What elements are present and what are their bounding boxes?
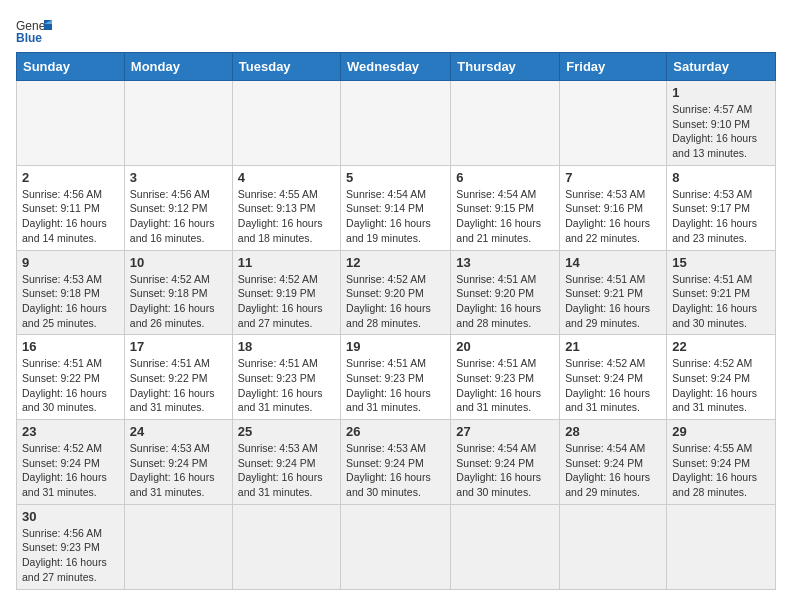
day-info: Sunrise: 4:51 AM Sunset: 9:23 PM Dayligh…	[456, 356, 554, 415]
day-info: Sunrise: 4:53 AM Sunset: 9:16 PM Dayligh…	[565, 187, 661, 246]
calendar-day-cell: 23Sunrise: 4:52 AM Sunset: 9:24 PM Dayli…	[17, 420, 125, 505]
calendar-day-cell	[341, 81, 451, 166]
day-info: Sunrise: 4:51 AM Sunset: 9:22 PM Dayligh…	[130, 356, 227, 415]
calendar-day-cell: 18Sunrise: 4:51 AM Sunset: 9:23 PM Dayli…	[232, 335, 340, 420]
calendar-week-row: 30Sunrise: 4:56 AM Sunset: 9:23 PM Dayli…	[17, 504, 776, 589]
day-info: Sunrise: 4:56 AM Sunset: 9:11 PM Dayligh…	[22, 187, 119, 246]
calendar-week-row: 16Sunrise: 4:51 AM Sunset: 9:22 PM Dayli…	[17, 335, 776, 420]
calendar-day-cell: 11Sunrise: 4:52 AM Sunset: 9:19 PM Dayli…	[232, 250, 340, 335]
calendar-day-cell: 2Sunrise: 4:56 AM Sunset: 9:11 PM Daylig…	[17, 165, 125, 250]
calendar-day-cell: 29Sunrise: 4:55 AM Sunset: 9:24 PM Dayli…	[667, 420, 776, 505]
day-info: Sunrise: 4:53 AM Sunset: 9:24 PM Dayligh…	[238, 441, 335, 500]
calendar-day-cell: 28Sunrise: 4:54 AM Sunset: 9:24 PM Dayli…	[560, 420, 667, 505]
calendar-day-cell: 27Sunrise: 4:54 AM Sunset: 9:24 PM Dayli…	[451, 420, 560, 505]
generalblue-logo-icon: General Blue	[16, 16, 52, 44]
day-number: 16	[22, 339, 119, 354]
calendar-day-cell: 19Sunrise: 4:51 AM Sunset: 9:23 PM Dayli…	[341, 335, 451, 420]
day-number: 6	[456, 170, 554, 185]
calendar-day-cell	[667, 504, 776, 589]
day-info: Sunrise: 4:54 AM Sunset: 9:24 PM Dayligh…	[565, 441, 661, 500]
weekday-header-tuesday: Tuesday	[232, 53, 340, 81]
day-number: 25	[238, 424, 335, 439]
calendar-day-cell	[560, 81, 667, 166]
day-info: Sunrise: 4:52 AM Sunset: 9:24 PM Dayligh…	[565, 356, 661, 415]
calendar-day-cell: 26Sunrise: 4:53 AM Sunset: 9:24 PM Dayli…	[341, 420, 451, 505]
day-number: 10	[130, 255, 227, 270]
day-info: Sunrise: 4:55 AM Sunset: 9:24 PM Dayligh…	[672, 441, 770, 500]
calendar-day-cell: 20Sunrise: 4:51 AM Sunset: 9:23 PM Dayli…	[451, 335, 560, 420]
day-info: Sunrise: 4:54 AM Sunset: 9:14 PM Dayligh…	[346, 187, 445, 246]
calendar-day-cell: 10Sunrise: 4:52 AM Sunset: 9:18 PM Dayli…	[124, 250, 232, 335]
day-number: 30	[22, 509, 119, 524]
day-number: 23	[22, 424, 119, 439]
page-header: General Blue	[16, 16, 776, 44]
calendar-day-cell: 22Sunrise: 4:52 AM Sunset: 9:24 PM Dayli…	[667, 335, 776, 420]
day-info: Sunrise: 4:52 AM Sunset: 9:19 PM Dayligh…	[238, 272, 335, 331]
day-number: 1	[672, 85, 770, 100]
day-info: Sunrise: 4:57 AM Sunset: 9:10 PM Dayligh…	[672, 102, 770, 161]
calendar-week-row: 2Sunrise: 4:56 AM Sunset: 9:11 PM Daylig…	[17, 165, 776, 250]
weekday-header-friday: Friday	[560, 53, 667, 81]
calendar-week-row: 1Sunrise: 4:57 AM Sunset: 9:10 PM Daylig…	[17, 81, 776, 166]
calendar-day-cell: 9Sunrise: 4:53 AM Sunset: 9:18 PM Daylig…	[17, 250, 125, 335]
day-info: Sunrise: 4:51 AM Sunset: 9:21 PM Dayligh…	[565, 272, 661, 331]
day-info: Sunrise: 4:52 AM Sunset: 9:18 PM Dayligh…	[130, 272, 227, 331]
day-number: 9	[22, 255, 119, 270]
day-info: Sunrise: 4:51 AM Sunset: 9:23 PM Dayligh…	[238, 356, 335, 415]
day-number: 26	[346, 424, 445, 439]
calendar-day-cell	[232, 504, 340, 589]
day-number: 20	[456, 339, 554, 354]
calendar-day-cell	[124, 81, 232, 166]
day-number: 14	[565, 255, 661, 270]
day-number: 2	[22, 170, 119, 185]
day-number: 11	[238, 255, 335, 270]
day-info: Sunrise: 4:52 AM Sunset: 9:24 PM Dayligh…	[22, 441, 119, 500]
weekday-header-wednesday: Wednesday	[341, 53, 451, 81]
svg-text:Blue: Blue	[16, 31, 42, 44]
calendar-day-cell	[232, 81, 340, 166]
weekday-header-monday: Monday	[124, 53, 232, 81]
calendar-day-cell: 30Sunrise: 4:56 AM Sunset: 9:23 PM Dayli…	[17, 504, 125, 589]
calendar-day-cell	[560, 504, 667, 589]
day-info: Sunrise: 4:56 AM Sunset: 9:12 PM Dayligh…	[130, 187, 227, 246]
calendar-day-cell: 4Sunrise: 4:55 AM Sunset: 9:13 PM Daylig…	[232, 165, 340, 250]
day-info: Sunrise: 4:53 AM Sunset: 9:17 PM Dayligh…	[672, 187, 770, 246]
day-number: 4	[238, 170, 335, 185]
calendar-day-cell: 8Sunrise: 4:53 AM Sunset: 9:17 PM Daylig…	[667, 165, 776, 250]
day-number: 13	[456, 255, 554, 270]
day-number: 24	[130, 424, 227, 439]
day-info: Sunrise: 4:55 AM Sunset: 9:13 PM Dayligh…	[238, 187, 335, 246]
day-number: 17	[130, 339, 227, 354]
calendar-day-cell: 12Sunrise: 4:52 AM Sunset: 9:20 PM Dayli…	[341, 250, 451, 335]
calendar-week-row: 9Sunrise: 4:53 AM Sunset: 9:18 PM Daylig…	[17, 250, 776, 335]
day-info: Sunrise: 4:52 AM Sunset: 9:20 PM Dayligh…	[346, 272, 445, 331]
calendar-day-cell: 16Sunrise: 4:51 AM Sunset: 9:22 PM Dayli…	[17, 335, 125, 420]
calendar-table: SundayMondayTuesdayWednesdayThursdayFrid…	[16, 52, 776, 590]
day-info: Sunrise: 4:56 AM Sunset: 9:23 PM Dayligh…	[22, 526, 119, 585]
calendar-day-cell: 1Sunrise: 4:57 AM Sunset: 9:10 PM Daylig…	[667, 81, 776, 166]
day-info: Sunrise: 4:53 AM Sunset: 9:18 PM Dayligh…	[22, 272, 119, 331]
calendar-day-cell: 7Sunrise: 4:53 AM Sunset: 9:16 PM Daylig…	[560, 165, 667, 250]
day-number: 5	[346, 170, 445, 185]
day-info: Sunrise: 4:54 AM Sunset: 9:15 PM Dayligh…	[456, 187, 554, 246]
day-info: Sunrise: 4:51 AM Sunset: 9:21 PM Dayligh…	[672, 272, 770, 331]
calendar-week-row: 23Sunrise: 4:52 AM Sunset: 9:24 PM Dayli…	[17, 420, 776, 505]
day-number: 29	[672, 424, 770, 439]
logo: General Blue	[16, 16, 56, 44]
calendar-day-cell	[17, 81, 125, 166]
calendar-day-cell: 5Sunrise: 4:54 AM Sunset: 9:14 PM Daylig…	[341, 165, 451, 250]
calendar-day-cell: 24Sunrise: 4:53 AM Sunset: 9:24 PM Dayli…	[124, 420, 232, 505]
weekday-header-sunday: Sunday	[17, 53, 125, 81]
day-number: 18	[238, 339, 335, 354]
day-number: 21	[565, 339, 661, 354]
calendar-day-cell: 14Sunrise: 4:51 AM Sunset: 9:21 PM Dayli…	[560, 250, 667, 335]
day-number: 15	[672, 255, 770, 270]
weekday-header-thursday: Thursday	[451, 53, 560, 81]
calendar-day-cell	[124, 504, 232, 589]
day-number: 12	[346, 255, 445, 270]
day-info: Sunrise: 4:53 AM Sunset: 9:24 PM Dayligh…	[130, 441, 227, 500]
day-info: Sunrise: 4:54 AM Sunset: 9:24 PM Dayligh…	[456, 441, 554, 500]
day-number: 27	[456, 424, 554, 439]
calendar-day-cell: 17Sunrise: 4:51 AM Sunset: 9:22 PM Dayli…	[124, 335, 232, 420]
calendar-day-cell: 6Sunrise: 4:54 AM Sunset: 9:15 PM Daylig…	[451, 165, 560, 250]
